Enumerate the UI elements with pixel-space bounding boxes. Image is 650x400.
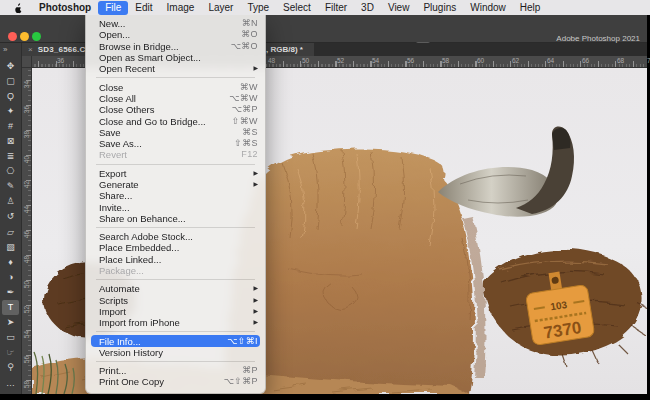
ruler-number: 48	[23, 255, 30, 265]
menu-item-scripts[interactable]: Scripts▶	[86, 295, 265, 306]
dodge-tool[interactable]: ◑	[0, 269, 21, 284]
submenu-arrow-icon: ▶	[253, 63, 258, 74]
tools-panel: » ✥▢Ϙ✦#⊠≣⎔✎♙↺▱▧♦◑✒T➤▭☞⚲…	[0, 43, 22, 394]
menu-item-close-and-go-to-bridge[interactable]: Close and Go to Bridge...⇧⌘W	[86, 115, 265, 126]
menu-item-print-one-copy[interactable]: Print One Copy⌥⇧⌘P	[86, 376, 265, 387]
eraser-tool[interactable]: ▱	[0, 224, 21, 239]
menu-item-close-others[interactable]: Close Others⌥⌘P	[86, 104, 265, 115]
pen-tool[interactable]: ✒	[0, 284, 21, 299]
menubar-item-filter[interactable]: Filter	[318, 1, 354, 15]
menubar-item-plugins[interactable]: Plugins	[416, 1, 463, 15]
type-tool[interactable]: T	[2, 300, 19, 315]
ruler-number: 54	[23, 330, 30, 340]
hand-tool[interactable]: ☞	[0, 345, 21, 360]
brush-tool[interactable]: ✎	[0, 179, 21, 194]
eyedropper-tool[interactable]: ≣	[0, 149, 21, 164]
gradient-tool[interactable]: ▧	[0, 239, 21, 254]
document-tab-title: SD3_6566.CR	[38, 45, 92, 54]
close-window-button[interactable]	[8, 32, 17, 41]
ruler-number: 52	[23, 305, 30, 315]
menu-item-share-on-behance[interactable]: Share on Behance...	[86, 213, 265, 224]
menu-separator	[96, 279, 255, 280]
ruler-number: 34	[23, 80, 30, 90]
menu-item-automate[interactable]: Automate▶	[86, 283, 265, 294]
ruler-number: 58	[23, 380, 30, 390]
menu-item-label: Scripts	[99, 295, 253, 306]
menu-item-label: File Info...	[99, 336, 227, 347]
menubar-item-help[interactable]: Help	[513, 1, 548, 15]
menu-item-generate[interactable]: Generate▶	[86, 179, 265, 190]
menu-item-shortcut: ⇧⌘S	[234, 138, 258, 149]
menu-item-label: Browse in Bridge...	[99, 41, 230, 52]
menu-item-shortcut: ⌘N	[242, 18, 258, 29]
crop-tool[interactable]: #	[0, 118, 21, 133]
marquee-tool[interactable]: ▢	[0, 73, 21, 88]
menubar-item-image[interactable]: Image	[160, 1, 202, 15]
menubar-item-file[interactable]: File	[98, 1, 128, 15]
ruler-number: 52	[337, 57, 344, 64]
close-tab-icon[interactable]: ×	[28, 45, 33, 54]
menubar-item-select[interactable]: Select	[276, 1, 318, 15]
toolbar-collapse-icon[interactable]: »	[0, 43, 21, 58]
zoom-tool[interactable]: ⚲	[0, 360, 21, 375]
menubar-item-window[interactable]: Window	[463, 1, 513, 15]
submenu-arrow-icon: ▶	[253, 179, 258, 190]
menu-item-place-linked[interactable]: Place Linked...	[86, 254, 265, 265]
menu-item-new[interactable]: New...⌘N	[86, 18, 265, 29]
lasso-tool[interactable]: Ϙ	[0, 88, 21, 103]
menu-item-search-adobe-stock[interactable]: Search Adobe Stock...	[86, 231, 265, 242]
clone-stamp-tool[interactable]: ♙	[0, 194, 21, 209]
menu-item-import[interactable]: Import▶	[86, 306, 265, 317]
history-brush-tool[interactable]: ↺	[0, 209, 21, 224]
menu-item-label: Generate	[99, 179, 253, 190]
menu-item-file-info[interactable]: File Info...⌥⇧⌘I	[91, 335, 260, 346]
menu-item-label: Print...	[99, 365, 242, 376]
menubar: PhotoshopFileEditImageLayerTypeSelectFil…	[0, 0, 650, 15]
object-selection-tool[interactable]: ✦	[0, 103, 21, 118]
blur-tool[interactable]: ♦	[0, 254, 21, 269]
menubar-item-layer[interactable]: Layer	[201, 1, 240, 15]
menu-item-print[interactable]: Print...⌘P	[86, 365, 265, 376]
menu-item-label: Share...	[99, 190, 258, 201]
menubar-item-edit[interactable]: Edit	[128, 1, 159, 15]
menu-item-invite[interactable]: Invite...	[86, 201, 265, 212]
menu-item-label: Revert	[99, 149, 241, 160]
ruler-number: 36	[23, 105, 30, 115]
menu-item-share[interactable]: Share...	[86, 190, 265, 201]
menu-item-close[interactable]: Close⌘W	[86, 81, 265, 92]
ruler-number: 60	[477, 57, 484, 64]
menu-item-label: Print One Copy	[99, 376, 223, 387]
menu-item-export[interactable]: Export▶	[86, 168, 265, 179]
path-selection-tool[interactable]: ➤	[0, 315, 21, 330]
menubar-item-3d[interactable]: 3D	[354, 1, 381, 15]
menu-item-open[interactable]: Open...⌘O	[86, 29, 265, 40]
menu-item-shortcut: ⌥⌘O	[230, 41, 258, 52]
menu-item-place-embedded[interactable]: Place Embedded...	[86, 242, 265, 253]
ruler-number: 54	[372, 57, 379, 64]
frame-tool[interactable]: ⊠	[0, 133, 21, 148]
healing-brush-tool[interactable]: ⎔	[0, 164, 21, 179]
menu-item-shortcut: F12	[241, 149, 258, 160]
menu-item-save-as[interactable]: Save As...⇧⌘S	[86, 138, 265, 149]
menu-item-save[interactable]: Save⌘S	[86, 127, 265, 138]
edit-toolbar[interactable]: …	[0, 375, 21, 390]
ruler-number: 44	[23, 205, 30, 215]
ruler-number: 68	[617, 57, 624, 64]
menu-item-label: Import from iPhone	[99, 317, 253, 328]
menu-item-open-recent[interactable]: Open Recent▶	[86, 63, 265, 74]
menubar-item-photoshop[interactable]: Photoshop	[32, 1, 98, 15]
minimize-window-button[interactable]	[20, 32, 29, 41]
menu-item-version-history[interactable]: Version History	[86, 347, 265, 358]
menu-item-shortcut: ⌘S	[242, 127, 258, 138]
menu-item-open-as-smart-object[interactable]: Open as Smart Object...	[86, 52, 265, 63]
menubar-item-type[interactable]: Type	[240, 1, 276, 15]
menu-item-import-from-iphone[interactable]: Import from iPhone▶	[86, 317, 265, 328]
menubar-item-view[interactable]: View	[381, 1, 417, 15]
zoom-window-button[interactable]	[32, 32, 41, 41]
menu-item-close-all[interactable]: Close All⌥⌘W	[86, 93, 265, 104]
ruler-number: 56	[23, 355, 30, 365]
rectangle-tool[interactable]: ▭	[0, 330, 21, 345]
move-tool[interactable]: ✥	[0, 58, 21, 73]
menu-item-browse-in-bridge[interactable]: Browse in Bridge...⌥⌘O	[86, 41, 265, 52]
apple-icon[interactable]	[13, 2, 23, 14]
